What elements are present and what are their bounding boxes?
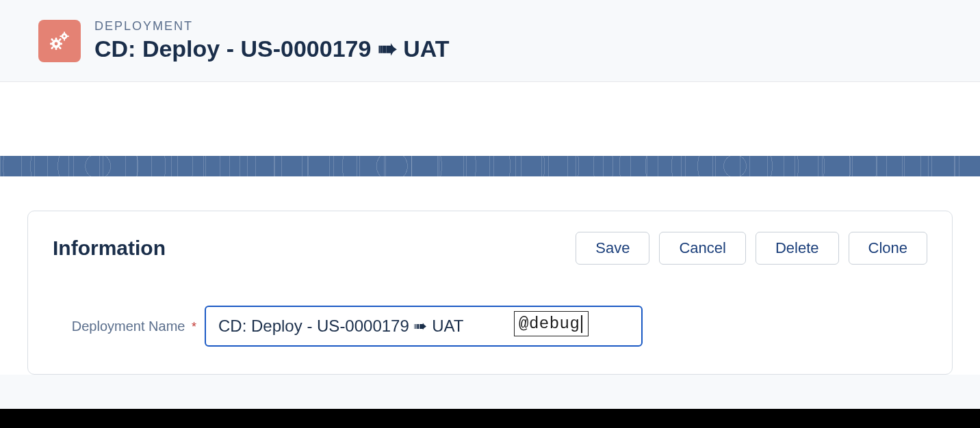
required-indicator: * — [192, 320, 196, 334]
svg-rect-5 — [60, 42, 62, 44]
bottom-bar — [0, 409, 980, 428]
gears-icon — [38, 20, 81, 62]
svg-point-1 — [55, 42, 58, 45]
deployment-name-input-wrap: @debug — [205, 306, 643, 347]
action-buttons: Save Cancel Delete Clone — [576, 232, 927, 265]
section-title: Information — [53, 237, 166, 260]
deployment-name-row: Deployment Name * @debug — [53, 306, 927, 347]
decorative-pattern — [0, 156, 980, 176]
ime-composition-box: @debug — [514, 311, 589, 336]
svg-rect-3 — [55, 47, 57, 50]
page-title: CD: Deploy - US-0000179 ➠ UAT — [94, 35, 450, 62]
svg-rect-14 — [60, 36, 62, 37]
header-text: DEPLOYMENT CD: Deploy - US-0000179 ➠ UAT — [94, 19, 450, 62]
save-button[interactable]: Save — [576, 232, 649, 265]
header-eyebrow: DEPLOYMENT — [94, 19, 450, 34]
svg-point-11 — [63, 35, 65, 37]
clone-button[interactable]: Clone — [849, 232, 927, 265]
information-card: Information Save Cancel Delete Clone Dep… — [27, 211, 953, 375]
cancel-button[interactable]: Cancel — [659, 232, 745, 265]
svg-rect-4 — [50, 42, 53, 44]
deployment-name-label: Deployment Name * — [53, 317, 196, 335]
svg-rect-12 — [64, 31, 65, 34]
card-header: Information Save Cancel Delete Clone — [53, 232, 927, 265]
page-header: DEPLOYMENT CD: Deploy - US-0000179 ➠ UAT — [0, 0, 980, 82]
svg-rect-15 — [67, 36, 69, 37]
sub-header-region — [0, 82, 980, 156]
content-area: Information Save Cancel Delete Clone Dep… — [0, 176, 980, 375]
label-text: Deployment Name — [72, 319, 185, 334]
svg-rect-2 — [55, 38, 57, 40]
svg-rect-13 — [64, 38, 65, 40]
delete-button[interactable]: Delete — [756, 232, 839, 265]
